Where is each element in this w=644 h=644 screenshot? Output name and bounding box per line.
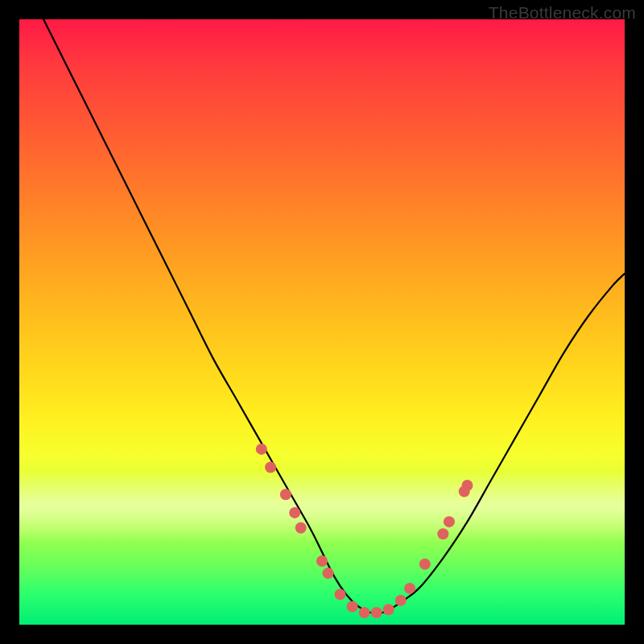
marker-dot: [256, 444, 267, 455]
marker-dot: [404, 583, 415, 594]
marker-dot: [383, 604, 394, 615]
watermark-text: TheBottleneck.com: [489, 3, 636, 23]
marker-dot: [289, 507, 300, 518]
marker-dot: [371, 607, 382, 618]
marker-dot: [280, 489, 291, 500]
marker-dot: [323, 568, 334, 579]
marker-dot: [316, 555, 328, 567]
marker-dot: [444, 516, 455, 527]
marker-dot: [347, 601, 358, 612]
marker-dot: [437, 528, 448, 539]
bottleneck-curve: [43, 19, 625, 613]
marker-dot: [359, 607, 370, 618]
highlight-markers: [256, 444, 473, 618]
chart-frame: [19, 19, 625, 625]
marker-dot: [335, 588, 346, 600]
marker-dot: [419, 559, 431, 570]
chart-svg: [19, 19, 625, 625]
marker-dot: [295, 522, 307, 534]
marker-dot: [461, 480, 473, 491]
marker-dot: [265, 461, 276, 473]
marker-dot: [395, 595, 407, 606]
